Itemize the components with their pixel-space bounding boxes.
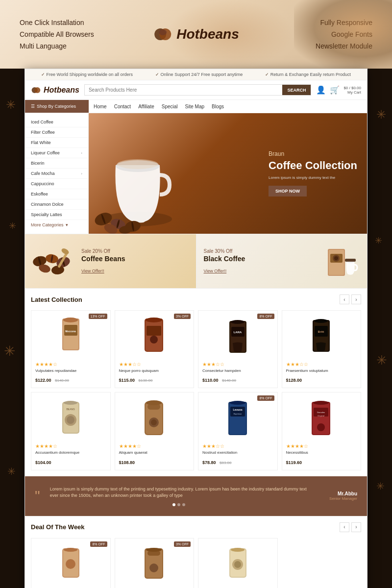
- cart-icon[interactable]: 🛒: [330, 85, 340, 95]
- deal-card-1[interactable]: 8% OFF ★★★★☆ Deal Product 1: [31, 538, 111, 588]
- product-image-lara: LARA: [224, 316, 251, 358]
- nav-home[interactable]: Home: [94, 104, 107, 109]
- sidebar-item-liqueur-coffee[interactable]: Liqueur Coffee ›: [25, 148, 88, 158]
- search-bar[interactable]: SEARCH: [84, 84, 312, 96]
- product-stars: ★★★★☆: [119, 443, 190, 449]
- deal-card-3[interactable]: ★★★☆☆ Neque porro quisquam: [198, 538, 278, 588]
- promo-link-2[interactable]: View Offer!!: [204, 269, 227, 273]
- product-stars: ★★★☆☆: [286, 362, 357, 367]
- product-stars: ★★★★☆: [286, 443, 357, 449]
- product-card[interactable]: Britt ★★★☆☆ Praesentium voluptatum $128.…: [282, 310, 362, 388]
- product-stars: ★★★☆☆: [202, 443, 273, 449]
- product-badge: 8% OFF: [257, 395, 274, 401]
- svg-point-77: [317, 423, 325, 431]
- svg-point-41: [150, 336, 158, 343]
- hero-subtitle: Braun: [269, 150, 357, 157]
- product-stars: ★★★☆☆: [119, 362, 190, 367]
- product-name: Necessitibus: [286, 450, 357, 455]
- product-card[interactable]: 8% OFF LARA ★★★☆☆ C: [198, 310, 278, 388]
- prev-button[interactable]: ‹: [340, 294, 349, 304]
- deal-image-3: [202, 542, 273, 587]
- product-image-moccona: Moccona: [57, 316, 84, 358]
- sidebar-item-flat-white[interactable]: Flat White: [25, 138, 88, 148]
- testimonial-text: Lorem ipsum is simply dummy text of the …: [50, 486, 308, 499]
- logo-icon: [153, 24, 172, 44]
- sidebar-item-filter-coffee[interactable]: Filter Coffee: [25, 127, 88, 138]
- sidebar-item-cafe-mocha[interactable]: Cafe Mocha ›: [25, 169, 88, 179]
- product-image: [119, 315, 190, 359]
- sidebar-item-bicerin[interactable]: Bicerin: [25, 158, 88, 169]
- dot-3[interactable]: [182, 503, 185, 506]
- sidebar-item-eskoffee[interactable]: Eskoffee: [25, 189, 88, 199]
- site-screenshot: Free World Shipping worldwide on all ord…: [24, 69, 368, 588]
- search-input[interactable]: [85, 85, 282, 95]
- svg-point-56: [67, 416, 74, 424]
- nav-contact[interactable]: Contact: [114, 104, 131, 109]
- deals-next-button[interactable]: ›: [351, 522, 361, 532]
- user-icon[interactable]: 👤: [316, 85, 326, 95]
- deal-card-2[interactable]: 3% OFF ★★★★☆ Consectetur hampden: [115, 538, 195, 588]
- product-price: $115.00 $130.00: [119, 375, 190, 384]
- shop-now-button[interactable]: SHOP NOW: [269, 186, 307, 196]
- promo-link-1[interactable]: View Offer!!: [81, 269, 104, 273]
- nav-links: Home Contact Affiliate Special Site Map …: [89, 100, 229, 113]
- svg-point-70: [230, 401, 245, 405]
- svg-rect-32: [345, 259, 356, 262]
- hero-content: Braun Coffee Collection Lorem ipsum is s…: [269, 150, 357, 196]
- nav-affiliate[interactable]: Affiliate: [138, 104, 154, 109]
- sidebar-item-label: Filter Coffee: [31, 130, 55, 135]
- quote-icon: ": [35, 489, 40, 503]
- svg-point-7: [117, 159, 158, 169]
- shop-by-cat-label: Shop By Categories: [37, 104, 76, 109]
- product-card[interactable]: 13% OFF Moccona ★★★★☆ Vulputates rep: [31, 310, 111, 388]
- sidebar-item-label: Bicerin: [31, 161, 45, 166]
- svg-point-2: [159, 29, 167, 35]
- product-name: Nostrud exercitation: [202, 450, 273, 455]
- search-button[interactable]: SEARCH: [282, 85, 311, 95]
- sidebar-item-iced-coffee[interactable]: Iced Coffee: [25, 117, 88, 127]
- product-card[interactable]: ★★★★☆ Aliquam quaerat $108.80: [115, 392, 195, 470]
- sidebar-item-label: Cappuccino: [31, 181, 54, 186]
- product-grid: 13% OFF Moccona ★★★★☆ Vulputates rep: [31, 310, 361, 470]
- svg-point-52: [314, 319, 328, 323]
- announcement-bar: Free World Shipping worldwide on all ord…: [25, 69, 367, 80]
- cart-label: My Cart: [343, 90, 361, 95]
- product-card[interactable]: 3% OFF ★★★☆☆ Neque porro quisquam: [115, 310, 195, 388]
- svg-text:Lavazza: Lavazza: [233, 408, 242, 411]
- svg-point-37: [63, 318, 78, 322]
- shop-by-categories-button[interactable]: ☰ Shop By Categories: [25, 100, 89, 113]
- banner-logo[interactable]: Hotbeans: [153, 24, 239, 44]
- sidebar-item-specialty-lattes[interactable]: Specialty Lattes: [25, 210, 88, 220]
- promo-card-coffee-beans: Sale 20% Off Coffee Beans View Offer!!: [25, 234, 196, 288]
- product-card[interactable]: Granules Original ★★★★☆ Necessitibus $11…: [282, 392, 362, 470]
- nav-special[interactable]: Special: [162, 104, 178, 109]
- section-nav: ‹ ›: [340, 294, 361, 304]
- testimonial-section: " Lorem ipsum is simply dummy text of th…: [25, 476, 367, 516]
- deals-title: Deal Of The Week: [31, 523, 85, 531]
- promo-coffee-image: [318, 239, 362, 283]
- cart-info: $0 / $0.00 My Cart: [343, 86, 361, 95]
- product-stars: ★★★★☆: [35, 362, 106, 367]
- sidebar-item-label: Flat White: [31, 140, 51, 145]
- dot-2[interactable]: [177, 503, 180, 506]
- product-badge: 3% OFF: [174, 314, 191, 319]
- sidebar-item-label: Specialty Lattes: [31, 212, 62, 217]
- sidebar-item-cinnamon-dolce[interactable]: Cinnamon Dolce: [25, 199, 88, 210]
- site-logo[interactable]: Hotbeans: [31, 85, 79, 96]
- nav-blogs[interactable]: Blogs: [212, 104, 224, 109]
- deal-grid: 8% OFF ★★★★☆ Deal Product 1: [31, 538, 361, 588]
- dot-1[interactable]: [172, 503, 175, 506]
- svg-text:Granules: Granules: [317, 411, 325, 414]
- sidebar-more-categories[interactable]: More Categories ▾: [25, 220, 88, 230]
- sidebar: Iced Coffee Filter Coffee Flat White Liq…: [25, 113, 89, 234]
- sidebar-item-cappuccino[interactable]: Cappuccino: [25, 179, 88, 189]
- nav-sitemap[interactable]: Site Map: [185, 104, 204, 109]
- product-image: Granules Original: [286, 396, 357, 441]
- feature-browsers: Compatible All Browsers: [20, 30, 94, 38]
- svg-text:BEANS: BEANS: [66, 408, 75, 411]
- next-button[interactable]: ›: [351, 294, 361, 304]
- product-price: $108.80: [119, 457, 190, 466]
- product-card[interactable]: BEANS ★★★★☆ Accusantium doloremque $104.…: [31, 392, 111, 470]
- product-card[interactable]: 8% OFF Lavazza Espresso ★★★☆☆: [198, 392, 278, 470]
- deals-prev-button[interactable]: ‹: [340, 522, 349, 532]
